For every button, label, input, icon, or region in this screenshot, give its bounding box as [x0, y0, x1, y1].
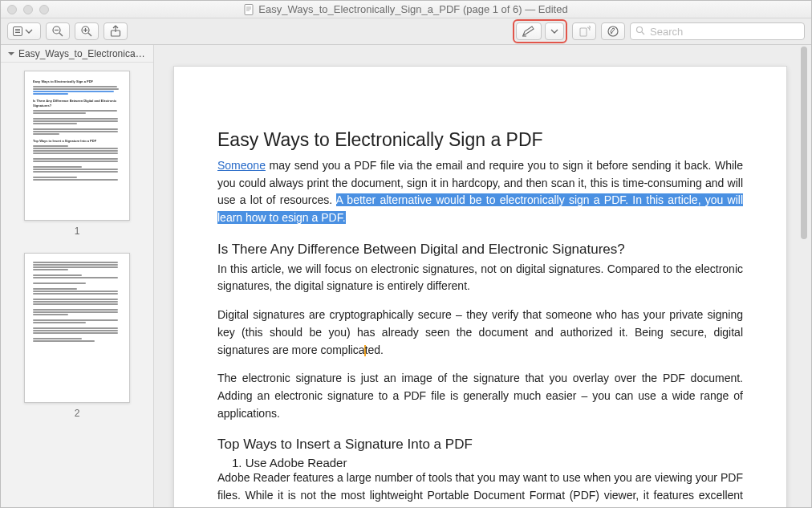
- thumbnail-list: Easy Ways to Electronically Sign a PDF I…: [1, 63, 153, 507]
- app-window: Easy_Ways_to_Electronically_Sign_a_PDF (…: [0, 0, 812, 508]
- thumbnail-item[interactable]: 2: [1, 253, 153, 419]
- pdf-page[interactable]: Easy Ways to Electronically Sign a PDF S…: [173, 66, 787, 507]
- svg-rect-14: [580, 28, 587, 36]
- svg-rect-4: [15, 32, 20, 33]
- search-input[interactable]: [650, 26, 799, 38]
- sidebar-filename: Easy_Ways_to_Electronicall...: [18, 48, 147, 59]
- doc-paragraph: The electronic signature is just an imag…: [217, 370, 743, 422]
- svg-line-6: [59, 33, 63, 36]
- doc-heading-3: Use Adobe Reader: [232, 456, 743, 469]
- markup-toolbar-highlight: [513, 19, 567, 43]
- share-button[interactable]: [104, 22, 128, 40]
- close-window-button[interactable]: [7, 5, 17, 14]
- markup-dropdown-button[interactable]: [545, 22, 564, 40]
- sidebar: Easy_Ways_to_Electronicall... Easy Ways …: [1, 45, 154, 507]
- markup-button[interactable]: [516, 22, 542, 40]
- vertical-scrollbar[interactable]: [798, 47, 810, 506]
- scrollbar-thumb[interactable]: [801, 47, 807, 239]
- doc-paragraph: Digital signatures are cryptographically…: [217, 307, 743, 359]
- rotate-button[interactable]: [572, 22, 596, 40]
- svg-rect-3: [15, 30, 20, 31]
- doc-paragraph: Someone may send you a PDF file via the …: [217, 157, 743, 227]
- view-mode-button[interactable]: [7, 22, 41, 40]
- thumbnail-label: 2: [75, 408, 80, 419]
- doc-heading-2: Is There Any Difference Between Digital …: [217, 242, 743, 258]
- search-field[interactable]: [630, 22, 805, 40]
- annotate-button[interactable]: [601, 22, 625, 40]
- doc-link-someone[interactable]: Someone: [217, 159, 266, 172]
- doc-heading-1: Easy Ways to Electronically Sign a PDF: [217, 129, 743, 151]
- sidebar-header[interactable]: Easy_Ways_to_Electronicall...: [1, 45, 153, 63]
- traffic-lights: [7, 5, 49, 14]
- window-title: Easy_Ways_to_Electronically_Sign_a_PDF (…: [258, 3, 567, 15]
- document-icon: [244, 4, 254, 15]
- svg-rect-0: [245, 4, 253, 14]
- thumbnail-item[interactable]: Easy Ways to Electronically Sign a PDF I…: [1, 71, 153, 237]
- titlebar: Easy_Ways_to_Electronically_Sign_a_PDF (…: [1, 1, 811, 18]
- toolbar: [1, 18, 811, 45]
- zoom-out-button[interactable]: [46, 22, 70, 40]
- thumbnail-label: 1: [75, 226, 80, 237]
- svg-point-16: [637, 26, 643, 32]
- thumbnail-page-1: Easy Ways to Electronically Sign a PDF I…: [24, 71, 130, 221]
- main-pane: Easy Ways to Electronically Sign a PDF S…: [154, 45, 811, 507]
- doc-heading-2: Top Ways to Insert a Signature Into a PD…: [217, 437, 743, 453]
- disclosure-triangle-icon: [7, 50, 15, 58]
- svg-rect-2: [15, 29, 20, 30]
- svg-line-17: [642, 32, 644, 35]
- thumbnail-page-2: [24, 253, 130, 403]
- zoom-in-button[interactable]: [75, 22, 99, 40]
- zoom-window-button[interactable]: [39, 5, 49, 14]
- doc-paragraph: Adobe Reader features a large number of …: [217, 469, 743, 507]
- page-scroll-area[interactable]: Easy Ways to Electronically Sign a PDF S…: [154, 45, 811, 507]
- minimize-window-button[interactable]: [23, 5, 33, 14]
- svg-line-9: [88, 33, 91, 36]
- doc-paragraph: In this article, we will focus on electr…: [217, 261, 743, 295]
- search-icon: [635, 26, 645, 38]
